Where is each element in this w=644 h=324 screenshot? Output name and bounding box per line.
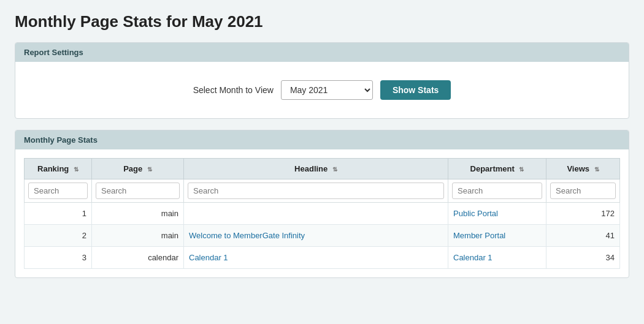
table-row: 3calendarCalendar 1Calendar 134 (25, 247, 620, 269)
search-cell-ranking (25, 179, 92, 203)
cell-page-2: calendar (92, 247, 184, 269)
search-cell-department (448, 179, 546, 203)
department-link-2[interactable]: Calendar 1 (453, 253, 493, 262)
department-link-0[interactable]: Public Portal (453, 209, 498, 218)
table-header-row: Ranking ⇅ Page ⇅ Headline ⇅ Department (25, 159, 620, 179)
col-header-headline[interactable]: Headline ⇅ (184, 159, 448, 179)
search-input-views[interactable] (550, 183, 616, 199)
cell-views-1: 41 (546, 225, 620, 247)
table-row: 1mainPublic Portal172 (25, 203, 620, 225)
search-input-department[interactable] (452, 183, 542, 199)
show-stats-button[interactable]: Show Stats (380, 80, 451, 100)
cell-department-0[interactable]: Public Portal (448, 203, 546, 225)
sort-icon-headline: ⇅ (332, 166, 337, 173)
sort-icon-page: ⇅ (147, 166, 152, 173)
sort-icon-department: ⇅ (519, 166, 524, 173)
cell-department-2[interactable]: Calendar 1 (448, 247, 546, 269)
headline-link-2[interactable]: Calendar 1 (189, 253, 228, 262)
search-row (25, 179, 620, 203)
cell-headline-1[interactable]: Welcome to MemberGate Infinity (184, 225, 448, 247)
cell-department-1[interactable]: Member Portal (448, 225, 546, 247)
cell-views-2: 34 (546, 247, 620, 269)
page-wrapper: Monthly Page Stats for May 2021 Report S… (0, 0, 644, 324)
table-row: 2mainWelcome to MemberGate InfinityMembe… (25, 225, 620, 247)
report-settings-body: Select Month to View May 2021April 2021M… (15, 62, 629, 118)
cell-ranking-2: 3 (25, 247, 92, 269)
sort-icon-ranking: ⇅ (74, 166, 79, 173)
search-cell-page (92, 179, 184, 203)
search-input-ranking[interactable] (28, 183, 88, 199)
search-cell-headline (184, 179, 448, 203)
department-link-1[interactable]: Member Portal (453, 231, 505, 240)
page-title: Monthly Page Stats for May 2021 (15, 12, 629, 31)
cell-views-0: 172 (546, 203, 620, 225)
search-input-headline[interactable] (188, 183, 444, 199)
col-header-department[interactable]: Department ⇅ (448, 159, 546, 179)
month-select[interactable]: May 2021April 2021March 2021February 202… (281, 80, 373, 100)
stats-card: Monthly Page Stats Ranking ⇅ Page ⇅ (15, 130, 629, 278)
report-settings-card: Report Settings Select Month to View May… (15, 42, 629, 119)
cell-page-0: main (92, 203, 184, 225)
col-header-ranking[interactable]: Ranking ⇅ (25, 159, 92, 179)
stats-table: Ranking ⇅ Page ⇅ Headline ⇅ Department (24, 158, 620, 269)
stats-tbody: 1mainPublic Portal1722mainWelcome to Mem… (25, 203, 620, 269)
search-input-page[interactable] (96, 183, 180, 199)
cell-headline-0 (184, 203, 448, 225)
col-header-page[interactable]: Page ⇅ (92, 159, 184, 179)
cell-page-1: main (92, 225, 184, 247)
cell-ranking-0: 1 (25, 203, 92, 225)
cell-headline-2[interactable]: Calendar 1 (184, 247, 448, 269)
select-month-label: Select Month to View (193, 85, 274, 95)
sort-icon-views: ⇅ (594, 166, 599, 173)
col-header-views[interactable]: Views ⇅ (546, 159, 620, 179)
table-container: Ranking ⇅ Page ⇅ Headline ⇅ Department (15, 149, 629, 277)
search-cell-views (546, 179, 620, 203)
report-settings-header: Report Settings (15, 43, 629, 62)
headline-link-1[interactable]: Welcome to MemberGate Infinity (189, 231, 305, 240)
cell-ranking-1: 2 (25, 225, 92, 247)
stats-card-header: Monthly Page Stats (15, 130, 629, 149)
